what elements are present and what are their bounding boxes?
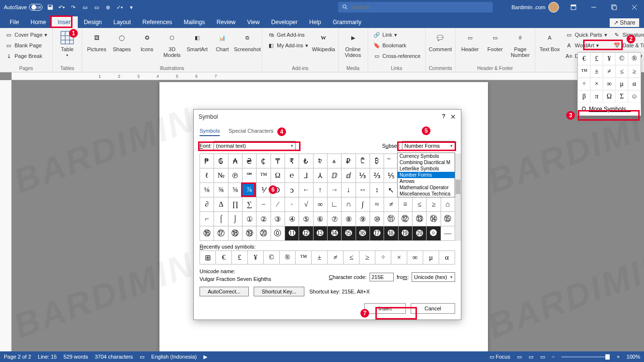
recent-char-cell[interactable]: ± (312, 251, 328, 265)
search-input[interactable] (351, 4, 489, 11)
status-page[interactable]: Page 2 of 2 (4, 354, 31, 360)
tab-design[interactable]: Design (78, 16, 107, 28)
char-cell[interactable]: ② (257, 212, 271, 226)
symbol-cell[interactable]: ® (628, 53, 641, 65)
char-cell[interactable]: ⑰ (214, 226, 228, 241)
char-cell[interactable]: ⓭ (314, 226, 328, 241)
font-select[interactable]: (normal text)▾ (214, 141, 296, 151)
symbol-cell[interactable]: © (615, 53, 628, 65)
recent-char-cell[interactable]: € (216, 251, 232, 265)
tab-grammarly[interactable]: Grammarly (327, 16, 367, 28)
char-cell[interactable]: ⑬ (413, 212, 427, 226)
char-cell[interactable]: ⃐ (384, 154, 398, 168)
char-cell[interactable]: ⑮ (441, 212, 455, 226)
subset-option[interactable]: Number Forms (398, 172, 455, 178)
symbol-cell[interactable]: β (578, 90, 590, 103)
status-spell-icon[interactable]: ▭ (140, 354, 144, 360)
status-words[interactable]: 529 words (63, 354, 88, 360)
blank-page-button[interactable]: ▭Blank Page (3, 41, 49, 50)
char-cell[interactable]: ₺ (299, 154, 313, 168)
3d-models-button[interactable]: ⬡3D Models (160, 30, 184, 58)
scrollbar[interactable] (455, 153, 461, 241)
char-cell[interactable]: ⓱ (370, 226, 384, 241)
char-cell[interactable]: − (257, 197, 271, 212)
tab-mailings[interactable]: Mailings (178, 16, 211, 28)
user-account[interactable]: Bardimin .com (512, 2, 559, 13)
subset-option[interactable]: Currency Symbols (398, 153, 455, 159)
cross-reference-button[interactable]: ▭Cross-reference (371, 51, 423, 61)
quick-parts-button[interactable]: ▭Quick Parts ▾ (563, 30, 609, 40)
status-language[interactable]: English (Indonesia) (151, 354, 197, 360)
symbol-cell[interactable]: ≤ (615, 65, 628, 78)
recent-char-cell[interactable]: × (391, 251, 407, 265)
header-button[interactable]: ▭Header (458, 30, 482, 58)
char-cell[interactable]: ∑ (243, 197, 257, 212)
char-cell[interactable]: ↖ (384, 183, 398, 197)
subset-option[interactable]: Letterlike Symbols (398, 166, 455, 172)
footer-button[interactable]: ▭Footer (484, 30, 507, 58)
char-cell[interactable]: ∞ (314, 197, 328, 212)
char-cell[interactable]: ⅓ (356, 168, 370, 183)
zoom-out-button[interactable]: − (552, 354, 555, 360)
shortcut-key-button[interactable]: Shortcut Key... (254, 287, 304, 296)
recent-char-cell[interactable]: ¥ (248, 251, 264, 265)
ribbon-display-icon[interactable] (564, 0, 583, 14)
char-cell[interactable]: ℓ (200, 168, 214, 183)
status-chars[interactable]: 3704 characters (95, 354, 133, 360)
char-cell[interactable]: Ↄ (271, 183, 285, 197)
char-cell[interactable]: — (441, 226, 455, 241)
char-cell[interactable]: ₽ (342, 154, 356, 168)
cancel-button[interactable]: Cancel (411, 303, 455, 314)
char-cell[interactable]: ℗ (229, 168, 243, 183)
status-macro-icon[interactable]: ▶ (203, 354, 207, 360)
recent-char-cell[interactable]: ≠ (328, 251, 343, 265)
text-box-button[interactable]: AText Box (538, 30, 561, 61)
char-cell[interactable]: ₿ (370, 154, 384, 168)
maximize-icon[interactable] (604, 0, 624, 14)
char-cell[interactable]: ⑫ (399, 212, 413, 226)
qat-icon[interactable]: ▭ (81, 3, 89, 11)
char-cell[interactable]: ™ (257, 168, 271, 183)
tab-view[interactable]: View (242, 16, 266, 28)
focus-mode-button[interactable]: ▭ Focus (489, 354, 510, 360)
char-cell[interactable]: ← (299, 183, 313, 197)
char-cell[interactable]: ⌂ (441, 197, 455, 212)
tab-developer[interactable]: Developer (265, 16, 303, 28)
recent-char-cell[interactable]: ÷ (375, 251, 391, 265)
from-select[interactable]: Unicode (hex)▾ (412, 272, 455, 282)
char-cell[interactable]: ⓫ (285, 226, 299, 241)
char-cell[interactable]: ₱ (200, 154, 214, 168)
page-number-button[interactable]: #Page Number (509, 30, 532, 58)
subset-option[interactable]: Arrows (398, 178, 455, 184)
tab-special-characters[interactable]: Special Characters (229, 128, 273, 136)
char-cell[interactable]: ↑ (314, 183, 328, 197)
wikipedia-button[interactable]: WWikipedia (312, 30, 335, 52)
char-cell[interactable]: ⑱ (229, 226, 243, 241)
symbol-cell[interactable]: ± (590, 65, 603, 78)
symbol-cell[interactable]: π (590, 90, 603, 103)
recent-char-cell[interactable]: £ (232, 251, 248, 265)
char-cell[interactable]: ⑯ (200, 226, 214, 241)
char-cell[interactable]: ⑤ (299, 212, 313, 226)
char-cell[interactable]: ≠ (384, 197, 398, 212)
autocorrect-button[interactable]: AutoCorrect... (200, 287, 249, 296)
online-videos-button[interactable]: ▶Online Videos (342, 30, 365, 58)
char-code-input[interactable] (370, 273, 394, 281)
zoom-level[interactable]: 100% (627, 354, 640, 360)
subset-dropdown-list[interactable]: Currency Symbols Combining Diacritical M… (397, 153, 455, 197)
symbol-cell[interactable]: μ (615, 78, 628, 90)
symbol-cell[interactable]: × (590, 78, 603, 90)
char-cell[interactable]: ⑪ (384, 212, 398, 226)
smartart-button[interactable]: ◧SmartArt (186, 30, 209, 58)
char-cell[interactable]: ⓳ (399, 226, 413, 241)
char-cell[interactable]: ⓯ (342, 226, 356, 241)
symbol-cell[interactable]: ÷ (578, 78, 590, 90)
char-cell[interactable]: ≥ (427, 197, 441, 212)
char-cell[interactable]: ∩ (342, 197, 356, 212)
char-cell[interactable]: ⓿ (427, 226, 441, 241)
signature-line-button[interactable]: ✎Signature Line ▾ (611, 30, 644, 40)
qat-icon[interactable]: ⊗ (104, 3, 112, 11)
redo-icon[interactable]: ↷ (70, 3, 77, 11)
date-time-button[interactable]: 📅Date & Time (611, 41, 644, 50)
char-cell[interactable]: ℠ (243, 168, 257, 183)
